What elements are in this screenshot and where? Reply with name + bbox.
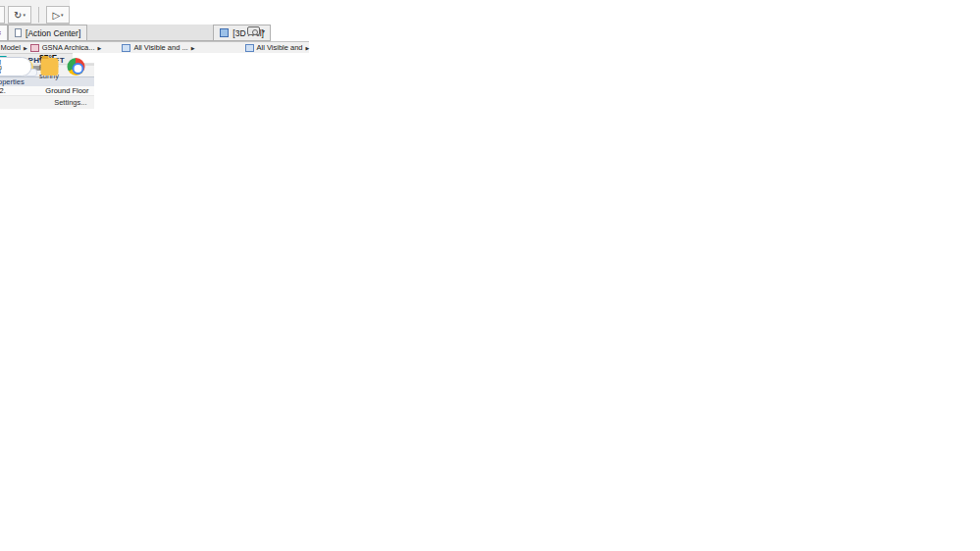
tab-close-icon[interactable]: ×	[0, 28, 1, 37]
pen-set-icon	[30, 44, 39, 52]
layers-icon	[245, 44, 254, 52]
tool-settings-button[interactable]: ▥▾	[0, 6, 5, 24]
tab-ground-floor[interactable]: [2. Ground Floor]×	[0, 25, 8, 40]
pen-set-dropdown[interactable]: GSNA Archica...	[30, 43, 102, 52]
system-tray: ^ 3:08 PM 2/6/2023	[0, 58, 1, 75]
capture-icon[interactable]	[247, 26, 260, 35]
dropdown-label: All Visible and ...	[133, 43, 187, 52]
refresh-button[interactable]: ↻▾	[8, 6, 31, 24]
story-number: 2.	[0, 86, 6, 95]
settings-button[interactable]: Settings...	[0, 96, 94, 109]
dropdown-arrow-icon	[306, 45, 310, 51]
taskbar-search[interactable]: Search	[0, 57, 32, 76]
property-row[interactable]: 2. Ground Floor	[0, 86, 94, 96]
layers-icon	[122, 44, 130, 52]
view-tab-bar: [2. Ground Floor]×[Action Center][3D / A…	[0, 25, 271, 41]
clock-time: 3:08 PM	[0, 58, 1, 67]
layer-combination-dropdown-2[interactable]: All Visible and	[245, 43, 310, 52]
tab-label: [Action Center]	[26, 28, 80, 38]
default-arrow-button[interactable]: ▷▾	[46, 6, 70, 24]
default-arrow-button-glyph: ▷	[52, 10, 60, 21]
model-filter-dropdown[interactable]: Entire Model	[0, 43, 27, 52]
layer-combination-dropdown[interactable]: All Visible and ...	[122, 43, 194, 52]
dropdown-label: Entire Model	[0, 43, 21, 52]
quick-options-bar: Main: ▤▾▥▾↻▾▷▾	[0, 0, 70, 25]
chevron-down-icon: ▾	[61, 12, 64, 18]
dropdown-arrow-icon	[24, 45, 27, 51]
refresh-button-glyph: ↻	[14, 10, 22, 21]
tab-icon	[220, 28, 229, 37]
file-explorer-icon[interactable]	[41, 58, 59, 75]
chevron-down-icon[interactable]: ▾	[262, 27, 265, 34]
dropdown-label: GSNA Archica...	[42, 43, 95, 52]
archicad-window: Oefen File Johanni - Archicad 26 –▢× Fil…	[0, 0, 18, 18]
clock[interactable]: 3:08 PM 2/6/2023	[0, 58, 1, 75]
tab-icon	[15, 28, 22, 37]
toolbar-separator	[38, 7, 39, 23]
tab-action-center[interactable]: [Action Center]	[8, 25, 87, 40]
dropdown-arrow-icon	[191, 45, 195, 51]
clock-date: 2/6/2023	[0, 67, 1, 75]
dropdown-arrow-icon	[98, 45, 102, 51]
dropdown-label: All Visible and	[257, 43, 303, 52]
story-name: Ground Floor	[45, 86, 88, 95]
chrome-icon[interactable]	[68, 58, 85, 75]
status-bar: 112% 0.00° 1:48 All Visible andEntire Mo…	[0, 41, 309, 53]
chevron-down-icon: ▾	[23, 12, 26, 18]
